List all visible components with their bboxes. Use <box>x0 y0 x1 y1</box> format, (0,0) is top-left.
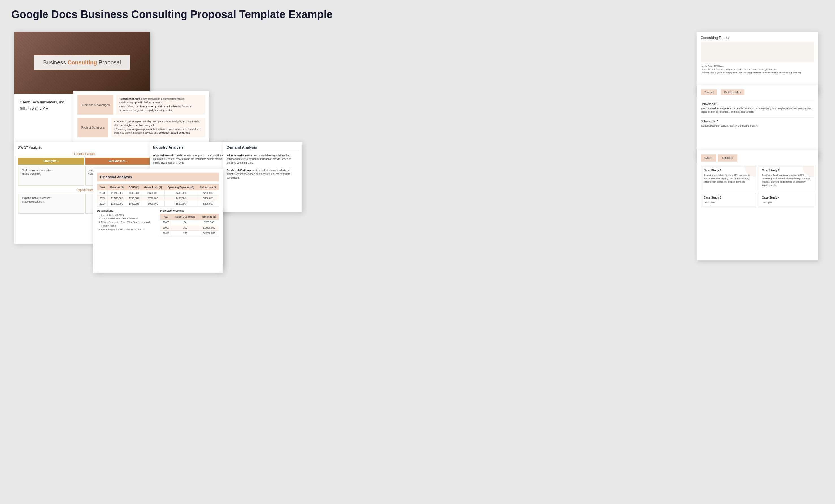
case-study-4-title: Case Study 4 <box>762 196 811 199</box>
projected-revenue-section: Projected Revenue: Year Target Customers… <box>160 209 219 239</box>
rates-decoration <box>700 42 814 62</box>
table-row: 20XX 150 $2,250,000 <box>160 230 219 236</box>
col-revenue: Revenue ($) <box>108 184 126 190</box>
rates-project: Project-Based Fee: $35,000 (includes all… <box>700 68 814 70</box>
deliverable-1-label: Deliverable 1 <box>700 103 814 106</box>
case-study-3: Case Study 3 Description <box>700 193 756 207</box>
rates-title: Consulting Rates <box>700 36 814 40</box>
rates-page: Consulting Rates Hourly Rate: $175/hour … <box>697 32 818 94</box>
challenges-label: Business Challenges <box>77 95 113 115</box>
table-row: 20XX $1,200,000 $600,000 $600,000 $400,0… <box>98 190 219 196</box>
deliverables-tags: Project Deliverables <box>700 89 814 97</box>
solutions-row: Project Solutions • Developing strategie… <box>77 118 205 137</box>
decoration-2 <box>800 166 814 180</box>
solutions-content: • Developing strategies that align with … <box>111 118 205 137</box>
swot-strengths-header: Strengths + <box>18 158 84 165</box>
col-net: Net Income ($) <box>197 184 219 190</box>
case-study-3-text: Description <box>704 201 753 204</box>
swot-weaknesses-header: Weaknesses – <box>85 158 151 165</box>
table-row: 20XX 50 $750,000 <box>160 220 219 225</box>
cover-title-box: Business Consulting Proposal <box>34 55 130 70</box>
case-study-1: Case Study 1 Guided a technology firm to… <box>700 165 756 190</box>
svg-point-1 <box>802 166 814 177</box>
deliverable-2-text: ndations based on current industry trend… <box>700 124 814 128</box>
swot-title: SWOT Analysis <box>18 146 151 150</box>
deliverable-2-label: Deliverable 2 <box>700 120 814 123</box>
documents-container: Business Consulting Proposal Client: Tec… <box>11 29 824 261</box>
case-study-4-text: Description <box>762 201 811 204</box>
col-year: Year <box>98 184 108 190</box>
page-title: Google Docs Business Consulting Proposal… <box>11 8 824 21</box>
financial-title: Financial Analysis <box>97 173 219 181</box>
projected-table: Year Target Customers Revenue ($) 20XX 5… <box>160 214 219 236</box>
col-cogs: COGS ($) <box>126 184 142 190</box>
deliverable-2: Deliverable 2 ndations based on current … <box>700 117 814 128</box>
solutions-label: Project Solutions <box>77 118 108 137</box>
swot-opportunities-body: • Expand market presence • Innovative so… <box>18 194 84 214</box>
case-tag-studies: Studies <box>718 154 737 162</box>
case-study-3-title: Case Study 3 <box>704 196 753 199</box>
assumptions-section: Assumptions: Launch Date: Q2 2026 Target… <box>97 209 156 239</box>
rates-hourly: Hourly Rate: $175/hour <box>700 65 814 67</box>
table-row: 20XX $1,500,000 $750,000 $750,000 $400,0… <box>98 196 219 201</box>
projected-title: Projected Revenue: <box>160 209 219 212</box>
table-row: 20XX $1,800,000 $900,000 $900,000 $500,0… <box>98 201 219 206</box>
cover-image: Business Consulting Proposal <box>14 32 150 94</box>
case-grid: Case Study 1 Guided a technology firm to… <box>700 165 814 207</box>
svg-point-0 <box>744 166 756 177</box>
challenges-row: Business Challenges • Differentiating th… <box>77 95 205 115</box>
case-studies-header: Case Studies <box>700 154 814 162</box>
deliverables-page: Project Deliverables Deliverable 1 SWOT-… <box>697 85 818 159</box>
col-opex: Operating Expenses ($) <box>164 184 197 190</box>
deliverable-tag-deliverables: Deliverables <box>720 89 745 95</box>
rates-retainer: Retainer Fee: $7,500/month (optional, fo… <box>700 72 814 74</box>
col-gross: Gross Profit ($) <box>142 184 164 190</box>
case-studies-page: Case Studies Case Study 1 Guided a techn… <box>697 150 818 261</box>
industry-title: Industry Analysis <box>153 145 225 151</box>
case-tag-case: Case <box>700 154 716 162</box>
table-row: 20XX 100 $1,500,000 <box>160 225 219 230</box>
case-study-2: Case Study 2 Enabled a SaaS company to a… <box>759 165 814 190</box>
deliverable-tag-project: Project <box>700 89 717 95</box>
decoration-1 <box>741 166 756 180</box>
assumptions-list: Launch Date: Q2 2026 Target Market: Mid-… <box>97 214 156 231</box>
cover-title: Business Consulting Proposal <box>43 59 121 65</box>
assumptions-title: Assumptions: <box>97 209 156 212</box>
challenges-content: • Differentiating the new software in a … <box>116 95 205 115</box>
demand-page: Demand Analysis Address Market Needs: Fo… <box>223 142 302 213</box>
swot-subtitle: Internal Factors <box>18 152 151 155</box>
case-study-4: Case Study 4 Description <box>759 193 814 207</box>
swot-strengths-body: • Technology and innovation • Brand cred… <box>18 166 84 186</box>
demand-content: Address Market Needs: Focus on deliverin… <box>227 154 299 180</box>
demand-title: Demand Analysis <box>227 145 299 151</box>
financial-table: Year Revenue ($) COGS ($) Gross Profit (… <box>97 184 219 206</box>
deliverable-1-text: SWOT-Based Strategic Plan: A detailed st… <box>700 107 814 114</box>
deliverable-1: Deliverable 1 SWOT-Based Strategic Plan:… <box>700 100 814 114</box>
financial-page: Financial Analysis Year Revenue ($) COGS… <box>93 169 223 273</box>
